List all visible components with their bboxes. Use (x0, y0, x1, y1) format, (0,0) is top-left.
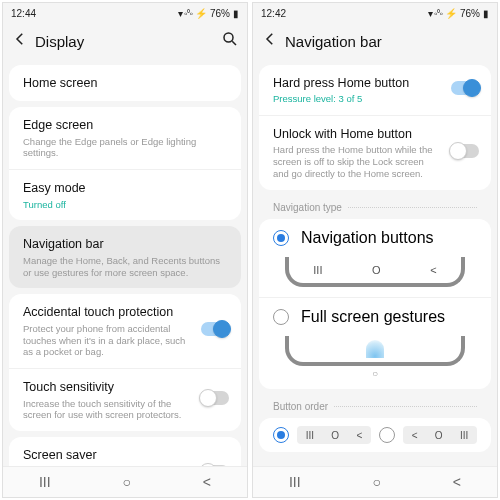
gesture-indicator-icon: ○ (285, 368, 466, 379)
wifi-icon: ⚡ (195, 8, 207, 19)
switch-screen-saver[interactable] (201, 465, 229, 466)
battery-pct: 76% (210, 8, 230, 19)
svg-point-0 (224, 33, 233, 42)
switch-hard-press[interactable] (451, 81, 479, 95)
radio-nav-buttons[interactable]: Navigation buttons (259, 219, 491, 257)
row-accidental-touch[interactable]: Accidental touch protection Protect your… (9, 294, 241, 368)
nav-home-icon: O (372, 264, 381, 276)
row-screen-saver[interactable]: Screen saver Show a screensaver after th… (9, 437, 241, 466)
switch-unlock-home[interactable] (451, 144, 479, 158)
row-touch-sensitivity[interactable]: Touch sensitivity Increase the touch sen… (9, 368, 241, 431)
wifi-icon: ⚡ (445, 8, 457, 19)
system-nav-bar: III ○ < (3, 466, 247, 497)
gesture-pill-icon (366, 340, 384, 358)
battery-icon: ▮ (233, 8, 239, 19)
page-title: Display (35, 33, 84, 50)
row-navigation-bar[interactable]: Navigation bar Manage the Home, Back, an… (9, 226, 241, 288)
back-icon[interactable] (261, 30, 279, 52)
section-navigation-type: Navigation type (259, 196, 491, 213)
row-edge-screen[interactable]: Edge screen Change the Edge panels or Ed… (9, 107, 241, 169)
radio-full-screen-gestures[interactable]: Full screen gestures (259, 297, 491, 336)
section-button-order: Button order (259, 395, 491, 412)
order-a-preview[interactable]: III O < (297, 426, 371, 444)
sysnav-recents[interactable]: III (289, 474, 301, 490)
signal-icon: ▾ ◦°◦ (428, 8, 442, 19)
radio-order-b[interactable] (379, 427, 395, 443)
battery-icon: ▮ (483, 8, 489, 19)
status-time: 12:44 (11, 8, 36, 19)
sysnav-back[interactable]: < (203, 474, 211, 490)
back-icon[interactable] (11, 30, 29, 52)
status-time: 12:42 (261, 8, 286, 19)
page-title: Navigation bar (285, 33, 382, 50)
nav-recents-icon: III (313, 264, 322, 276)
navigation-bar-screen: 12:42 ▾ ◦°◦ ⚡ 76% ▮ Navigation bar Hard … (252, 2, 498, 498)
signal-icon: ▾ ◦°◦ (178, 8, 192, 19)
sysnav-home[interactable]: ○ (123, 474, 131, 490)
app-bar: Navigation bar (253, 23, 497, 59)
radio-icon[interactable] (273, 309, 289, 325)
radio-icon[interactable] (273, 230, 289, 246)
row-easy-mode[interactable]: Easy mode Turned off (9, 169, 241, 220)
system-nav-bar: III ○ < (253, 466, 497, 497)
order-b-preview[interactable]: < O III (403, 426, 477, 444)
sysnav-home[interactable]: ○ (373, 474, 381, 490)
app-bar: Display (3, 23, 247, 59)
navbar-settings-list: Hard press Home button Pressure level: 3… (253, 59, 497, 466)
status-bar: 12:42 ▾ ◦°◦ ⚡ 76% ▮ (253, 3, 497, 23)
row-unlock-home[interactable]: Unlock with Home button Hard press the H… (259, 115, 491, 190)
preview-nav-buttons: III O < (285, 257, 466, 287)
sysnav-recents[interactable]: III (39, 474, 51, 490)
row-home-screen[interactable]: Home screen (9, 65, 241, 101)
nav-back-icon: < (430, 264, 436, 276)
switch-accidental-touch[interactable] (201, 322, 229, 336)
search-icon[interactable] (221, 30, 239, 52)
row-hard-press[interactable]: Hard press Home button Pressure level: 3… (259, 65, 491, 115)
display-settings-screen: 12:44 ▾ ◦°◦ ⚡ 76% ▮ Display Home screen (2, 2, 248, 498)
sysnav-back[interactable]: < (453, 474, 461, 490)
button-order-options: III O < < O III (259, 418, 491, 452)
radio-order-a[interactable] (273, 427, 289, 443)
battery-pct: 76% (460, 8, 480, 19)
settings-list: Home screen Edge screen Change the Edge … (3, 59, 247, 466)
switch-touch-sensitivity[interactable] (201, 391, 229, 405)
status-bar: 12:44 ▾ ◦°◦ ⚡ 76% ▮ (3, 3, 247, 23)
preview-gestures: ○ (285, 336, 466, 379)
